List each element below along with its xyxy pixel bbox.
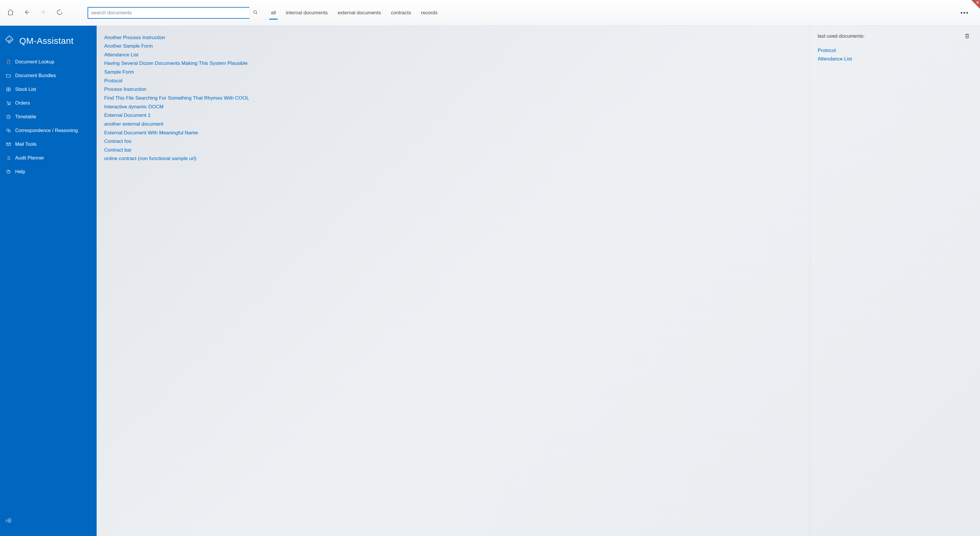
recent-panel: last used documents: ProtocolAttendance … <box>810 26 980 536</box>
refresh-button[interactable] <box>55 8 64 18</box>
sidebar: QM-Assistant Document LookupDocument Bun… <box>0 26 97 536</box>
document-link[interactable]: Contract bar <box>104 146 802 155</box>
content-area: Another Process InstructionAnother Sampl… <box>97 26 980 536</box>
sidebar-item-label: Document Bundles <box>15 73 56 78</box>
grid-icon <box>6 87 11 92</box>
document-link[interactable]: External Document With Meaningful Name <box>104 129 802 137</box>
document-link[interactable]: Process Instruction <box>104 85 802 94</box>
recent-document-link[interactable]: Protocol <box>818 46 972 55</box>
svg-point-5 <box>10 104 10 105</box>
sidebar-item-help[interactable]: Help <box>0 165 97 179</box>
search-input[interactable] <box>88 8 249 18</box>
app-title: QM-Assistant <box>19 36 73 46</box>
sidebar-item-timetable[interactable]: Timetable <box>0 110 97 124</box>
sidebar-item-audit[interactable]: Audit Planner <box>0 151 97 165</box>
svg-point-4 <box>8 104 8 105</box>
document-link[interactable]: Contract foo <box>104 137 802 146</box>
sidebar-item-label: Timetable <box>15 114 36 120</box>
svg-rect-2 <box>6 36 13 43</box>
document-link[interactable]: Another Process Instruction <box>104 33 802 42</box>
document-link[interactable]: Protocol <box>104 77 802 85</box>
list-icon <box>6 155 11 161</box>
help-icon <box>6 169 11 174</box>
sidebar-item-label: Orders <box>15 100 30 106</box>
sidebar-item-label: Document Lookup <box>15 59 54 65</box>
tab-records[interactable]: records <box>421 0 438 26</box>
document-link[interactable]: online contract (non functional sample u… <box>104 155 802 163</box>
nav-button-group <box>6 8 64 18</box>
svg-rect-9 <box>6 143 11 145</box>
mail-icon <box>6 142 11 147</box>
document-link[interactable]: External Document 1 <box>104 111 802 120</box>
sidebar-item-lookup[interactable]: Document Lookup <box>0 55 97 69</box>
document-list-panel: Another Process InstructionAnother Sampl… <box>97 26 810 536</box>
app-logo-icon <box>4 36 14 46</box>
sidebar-item-label: Stock List <box>15 86 36 92</box>
forward-button[interactable] <box>38 8 48 18</box>
tab-internal[interactable]: internal documents <box>286 0 328 26</box>
sidebar-item-label: Audit Planner <box>15 155 44 161</box>
sidebar-item-corr[interactable]: Correspondence / Reasoning <box>0 124 97 137</box>
recent-document-link[interactable]: Attendance List <box>818 55 972 64</box>
top-toolbar: allinternal documentsexternal documentsc… <box>0 0 980 26</box>
document-link[interactable]: Find This File Searching For Something T… <box>104 94 802 102</box>
sidebar-item-orders[interactable]: Orders <box>0 96 97 110</box>
document-link[interactable]: Attendance List <box>104 51 802 59</box>
tab-contracts[interactable]: contracts <box>391 0 411 26</box>
document-link[interactable]: Having Several Dozen Documents Making Th… <box>104 59 802 68</box>
clear-recent-button[interactable] <box>964 33 970 40</box>
sidebar-item-mail[interactable]: Mail Tools <box>0 137 97 151</box>
home-icon <box>7 9 14 17</box>
brand: QM-Assistant <box>0 33 97 55</box>
folder-icon <box>6 73 11 78</box>
back-button[interactable] <box>22 8 32 18</box>
more-button[interactable]: ••• <box>958 8 972 18</box>
document-link[interactable]: Interactive dynamic DOCM <box>104 102 802 111</box>
collapse-icon <box>6 519 12 524</box>
document-link[interactable]: Sample Form <box>104 68 802 77</box>
body: QM-Assistant Document LookupDocument Bun… <box>0 26 980 536</box>
chat-icon <box>6 128 11 133</box>
sidebar-item-label: Mail Tools <box>15 141 37 147</box>
document-link[interactable]: another external document <box>104 120 802 129</box>
document-link[interactable]: Another Sample Form <box>104 42 802 51</box>
search-container <box>88 7 261 19</box>
sidebar-item-bundles[interactable]: Document Bundles <box>0 69 97 82</box>
sidebar-item-stock[interactable]: Stock List <box>0 82 97 96</box>
cart-icon <box>6 100 11 106</box>
globe-icon <box>976 1 979 5</box>
sidebar-item-label: Correspondence / Reasoning <box>15 128 78 133</box>
refresh-icon <box>56 9 63 17</box>
tab-all[interactable]: all <box>271 0 276 26</box>
arrow-left-icon <box>23 9 30 17</box>
svg-point-0 <box>253 11 256 13</box>
search-icon <box>253 10 258 16</box>
file-icon <box>6 59 11 65</box>
trash-icon <box>964 36 970 40</box>
arrow-right-icon <box>40 9 47 17</box>
home-button[interactable] <box>6 8 15 18</box>
search-button[interactable] <box>249 7 261 19</box>
recent-title: last used documents: <box>818 33 972 39</box>
more-icon: ••• <box>961 9 969 16</box>
sidebar-item-label: Help <box>15 169 25 174</box>
clock-icon <box>6 114 11 120</box>
filter-tabs: allinternal documentsexternal documentsc… <box>271 0 438 26</box>
collapse-sidebar-button[interactable] <box>0 513 97 536</box>
tab-external[interactable]: external documents <box>338 0 381 26</box>
